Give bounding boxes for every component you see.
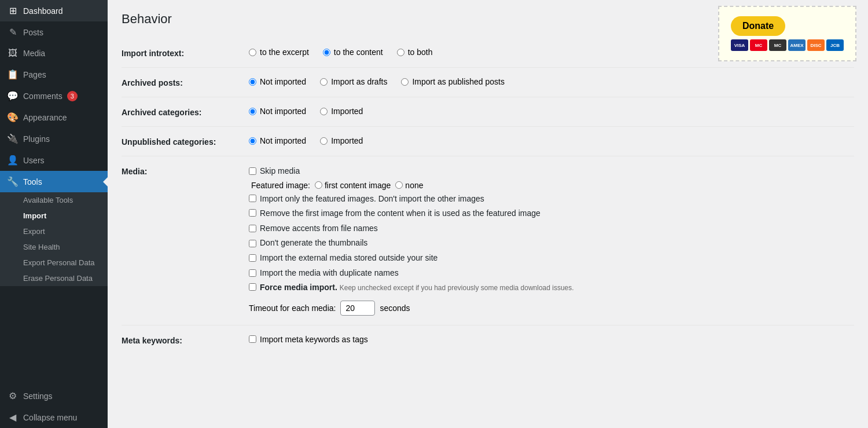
sidebar-item-users[interactable]: 👤 Users [0,149,108,171]
no-thumbnails-label[interactable]: Don't generate the thumbnails [249,237,367,249]
collapse-icon: ◀ [7,412,19,423]
remove-first-row: Remove the first image from the content … [249,208,574,220]
no-thumbnails-row: Don't generate the thumbnails [249,237,574,249]
sidebar: ⊞ Dashboard ✎ Posts 🖼 Media 📋 Pages 💬 Co… [0,0,108,428]
media-label: Media: [122,166,249,176]
sidebar-item-posts[interactable]: ✎ Posts [0,21,108,43]
meta-keywords-checkbox-label[interactable]: Import meta keywords as tags [249,335,368,344]
unpublished-categories-row: Unpublished categories: Not imported Imp… [122,126,854,156]
radio-first-content-image-input[interactable] [315,181,322,189]
sidebar-item-comments[interactable]: 💬 Comments 3 [0,85,108,107]
radio-import-published-label: Import as published posts [412,77,505,86]
only-featured-label[interactable]: Import only the featured images. Don't i… [249,193,484,205]
remove-accents-label[interactable]: Remove accents from file names [249,223,378,235]
submenu-item-erase-personal-data[interactable]: Erase Personal Data [0,270,108,286]
duplicate-names-row: Import the media with duplicate names [249,268,574,279]
radio-not-imported-ac-label: Not imported [260,107,306,116]
sidebar-item-label: Tools [23,177,42,186]
radio-to-excerpt-input[interactable] [249,49,256,56]
meta-keywords-label: Meta keywords: [122,335,249,345]
archived-posts-row: Archived posts: Not imported Import as d… [122,67,854,97]
radio-not-imported-uc[interactable]: Not imported [249,136,306,145]
meta-keywords-checkbox[interactable] [249,335,256,343]
timeout-input[interactable] [340,301,375,316]
radio-imported-uc[interactable]: Imported [320,136,363,145]
radio-import-published[interactable]: Import as published posts [401,77,505,86]
sidebar-item-media[interactable]: 🖼 Media [0,43,108,64]
radio-not-imported-uc-input[interactable] [249,137,256,145]
donate-button[interactable]: Donate [731,16,785,36]
radio-import-drafts-label: Import as drafts [331,77,387,86]
only-featured-checkbox[interactable] [249,195,256,202]
sidebar-item-plugins[interactable]: 🔌 Plugins [0,128,108,149]
archived-categories-row: Archived categories: Not imported Import… [122,97,854,126]
radio-not-imported-ac-input[interactable] [249,108,256,115]
archived-posts-controls: Not imported Import as drafts Import as … [249,77,854,86]
sidebar-item-tools[interactable]: 🔧 Tools [0,171,108,192]
sidebar-item-dashboard[interactable]: ⊞ Dashboard [0,0,108,21]
radio-to-both-label: to both [408,47,433,57]
external-media-checkbox[interactable] [249,254,256,262]
radio-imported-ac[interactable]: Imported [320,107,363,116]
radio-to-both-input[interactable] [397,49,404,56]
radio-not-imported-ap[interactable]: Not imported [249,77,306,86]
visa-card: VISA [731,39,748,51]
duplicate-names-label[interactable]: Import the media with duplicate names [249,268,399,279]
sidebar-item-label: Dashboard [23,6,63,16]
force-media-note: Keep unchecked except if you had previou… [340,284,574,292]
sidebar-item-collapse[interactable]: ◀ Collapse menu [0,407,108,428]
sidebar-item-pages[interactable]: 📋 Pages [0,64,108,85]
skip-media-label[interactable]: Skip media [249,166,300,177]
comments-badge: 3 [67,91,78,101]
force-media-label[interactable]: Force media import. Keep unchecked excep… [249,282,574,294]
discover-card: DISC [807,39,825,51]
skip-media-row: Skip media [249,166,574,177]
radio-to-content-input[interactable] [323,49,330,56]
radio-imported-ac-input[interactable] [320,108,328,115]
sidebar-item-label: Plugins [23,134,50,144]
no-thumbnails-checkbox[interactable] [249,240,256,247]
submenu-item-site-health[interactable]: Site Health [0,239,108,255]
radio-to-excerpt-label: to the excerpt [260,47,309,57]
force-media-checkbox[interactable] [249,283,256,291]
radio-imported-uc-label: Imported [331,136,363,145]
radio-none-input[interactable] [395,181,403,189]
tools-submenu: Available Tools Import Export Site Healt… [0,192,108,286]
radio-to-both[interactable]: to both [397,47,433,57]
radio-to-content[interactable]: to the content [323,47,383,57]
jcb-card: JCB [826,39,844,51]
meta-keywords-row: Meta keywords: Import meta keywords as t… [122,325,854,354]
radio-imported-uc-input[interactable] [320,137,328,145]
remove-first-checkbox[interactable] [249,209,256,217]
radio-import-drafts-input[interactable] [320,78,328,86]
radio-first-content-image[interactable]: first content image [315,181,391,190]
sidebar-item-settings[interactable]: ⚙ Settings [0,385,108,407]
external-media-label[interactable]: Import the external media stored outside… [249,253,437,264]
meta-keywords-controls: Import meta keywords as tags [249,335,854,344]
remove-first-label[interactable]: Remove the first image from the content … [249,208,540,220]
radio-import-published-input[interactable] [401,78,409,86]
unpublished-categories-controls: Not imported Imported [249,136,854,145]
submenu-item-available-tools[interactable]: Available Tools [0,192,108,208]
radio-none[interactable]: none [395,181,423,190]
main-content: Behavior Donate VISA MC MC AMEX DISC JCB… [108,0,868,428]
sidebar-item-appearance[interactable]: 🎨 Appearance [0,107,108,128]
duplicate-names-checkbox[interactable] [249,269,256,277]
sidebar-item-label: Users [23,156,45,165]
payment-cards: VISA MC MC AMEX DISC JCB [731,39,844,51]
radio-not-imported-ac[interactable]: Not imported [249,107,306,116]
radio-import-drafts[interactable]: Import as drafts [320,77,387,86]
radio-not-imported-ap-label: Not imported [260,77,306,86]
mc2-card: MC [769,39,786,51]
submenu-item-import[interactable]: Import [0,208,108,224]
skip-media-checkbox[interactable] [249,167,256,175]
media-row: Media: Skip media Featured image: first … [122,156,854,325]
submenu-item-export[interactable]: Export [0,224,108,239]
archived-categories-label: Archived categories: [122,107,249,117]
sidebar-item-label: Collapse menu [23,413,77,422]
submenu-item-export-personal-data[interactable]: Export Personal Data [0,255,108,270]
radio-not-imported-ap-input[interactable] [249,78,256,86]
remove-accents-checkbox[interactable] [249,225,256,232]
media-icon: 🖼 [7,48,19,58]
radio-to-excerpt[interactable]: to the excerpt [249,47,309,57]
